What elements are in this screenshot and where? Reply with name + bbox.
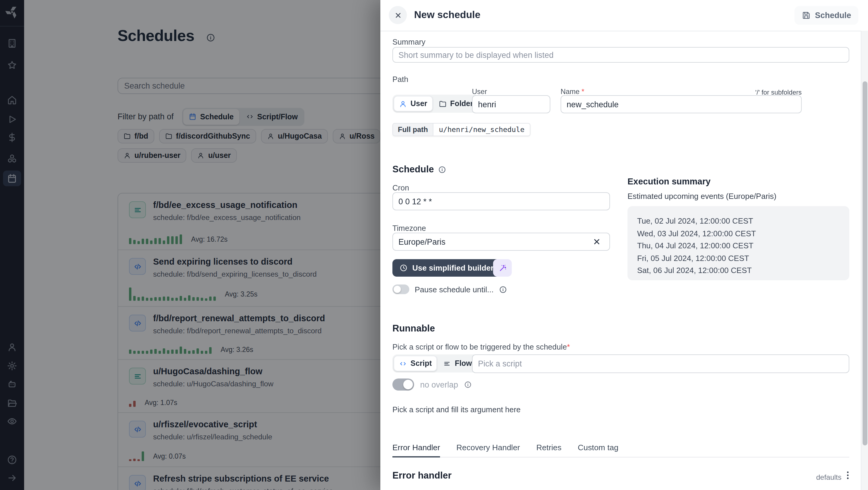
save-schedule-button[interactable]: Schedule — [795, 6, 858, 25]
runnable-flow-label: Flow — [455, 359, 472, 368]
defaults-select[interactable]: defaults — [816, 473, 841, 482]
upcoming-event: Fri, 05 Jul 2024, 12:00:00 CEST — [637, 252, 840, 265]
full-path-value: u/henri/new_schedule — [433, 123, 530, 136]
no-overlap-toggle[interactable] — [393, 378, 414, 391]
schedule-section-heading: Schedule — [393, 164, 446, 175]
owner-toggle: User Folder — [393, 95, 479, 113]
kebab-menu-icon[interactable] — [843, 470, 853, 480]
timezone-input[interactable] — [393, 233, 610, 251]
info-icon[interactable] — [499, 285, 507, 293]
summary-input[interactable] — [393, 47, 849, 63]
flow-icon — [443, 360, 451, 367]
tab-error-handler[interactable]: Error Handler — [393, 443, 440, 457]
save-schedule-label: Schedule — [815, 11, 851, 20]
runnable-flow-option[interactable]: Flow — [438, 356, 477, 371]
script-picker-input[interactable] — [472, 355, 849, 373]
simplified-builder-label: Use simplified builder — [412, 264, 494, 272]
owner-user-label: User — [410, 99, 427, 108]
pause-toggle[interactable] — [393, 284, 409, 294]
runnable-script-option[interactable]: Script — [394, 356, 437, 371]
close-icon — [394, 11, 402, 19]
no-overlap-row: no overlap — [393, 378, 472, 391]
info-icon[interactable] — [438, 165, 446, 173]
upcoming-event: Sat, 06 Jul 2024, 12:00:00 CEST — [637, 265, 840, 277]
subfolder-hint: '/' for subfolders — [755, 89, 802, 96]
user-input[interactable] — [472, 95, 550, 113]
cron-input[interactable] — [393, 192, 610, 210]
simplified-builder-button[interactable]: Use simplified builder — [393, 259, 501, 277]
owner-user-option[interactable]: User — [394, 96, 433, 112]
error-handler-heading: Error handler — [393, 470, 452, 481]
magic-wand-icon — [498, 264, 507, 272]
folder-icon — [439, 100, 447, 108]
summary-label: Summary — [393, 37, 426, 47]
upcoming-events-box: Tue, 02 Jul 2024, 12:00:00 CESTWed, 03 J… — [627, 206, 849, 280]
upcoming-event: Wed, 03 Jul 2024, 12:00:00 CEST — [637, 227, 840, 240]
runnable-kind-toggle: Script Flow — [393, 355, 478, 372]
clear-timezone-icon[interactable] — [592, 238, 601, 246]
pick-script-label: Pick a script or flow to be triggered by… — [393, 342, 570, 351]
tab-custom-tag[interactable]: Custom tag — [578, 443, 618, 457]
upcoming-event: Thu, 04 Jul 2024, 12:00:00 CEST — [637, 240, 840, 252]
path-label: Path — [393, 75, 408, 84]
execution-summary-heading: Execution summary — [627, 177, 711, 186]
execution-summary-subheading: Estimated upcoming events (Europe/Paris) — [627, 192, 776, 201]
new-schedule-drawer: New schedule Schedule Summary Path User — [380, 0, 868, 490]
user-icon — [399, 100, 407, 108]
scrollbar-thumb[interactable] — [863, 81, 867, 446]
owner-folder-label: Folder — [450, 99, 473, 108]
full-path-label: Full path — [393, 123, 433, 136]
close-button[interactable] — [389, 6, 407, 24]
clock-icon — [400, 264, 407, 272]
upcoming-event: Tue, 02 Jul 2024, 12:00:00 CEST — [637, 215, 840, 227]
screen: Schedules Filter by path of Schedule Scr… — [0, 0, 868, 490]
drawer-scrollbar[interactable] — [861, 31, 868, 490]
runnable-script-label: Script — [410, 359, 432, 368]
name-input[interactable] — [561, 95, 802, 113]
required-asterisk: * — [582, 87, 584, 96]
user-field-label: User — [472, 87, 487, 96]
tab-recovery-handler[interactable]: Recovery Handler — [456, 443, 520, 457]
name-field-label: Name * — [561, 87, 584, 96]
full-path: Full path u/henri/new_schedule — [393, 123, 530, 136]
code-icon — [399, 360, 407, 367]
drawer-title: New schedule — [414, 9, 480, 21]
drawer-header: New schedule Schedule — [380, 0, 868, 31]
timezone-label: Timezone — [393, 224, 426, 233]
owner-folder-option[interactable]: Folder — [434, 96, 478, 112]
no-overlap-label: no overlap — [420, 380, 458, 389]
tab-retries[interactable]: Retries — [536, 443, 561, 457]
ai-cron-button[interactable] — [493, 259, 512, 277]
args-hint: Pick a script and fill its argument here — [393, 405, 521, 414]
handler-tabs: Error HandlerRecovery HandlerRetriesCust… — [393, 443, 849, 457]
pause-label: Pause schedule until... — [415, 285, 494, 294]
cron-label: Cron — [393, 183, 409, 192]
info-icon[interactable] — [464, 381, 472, 389]
save-icon — [802, 11, 811, 20]
pause-schedule-row: Pause schedule until... — [393, 284, 507, 294]
runnable-section-heading: Runnable — [393, 323, 435, 334]
